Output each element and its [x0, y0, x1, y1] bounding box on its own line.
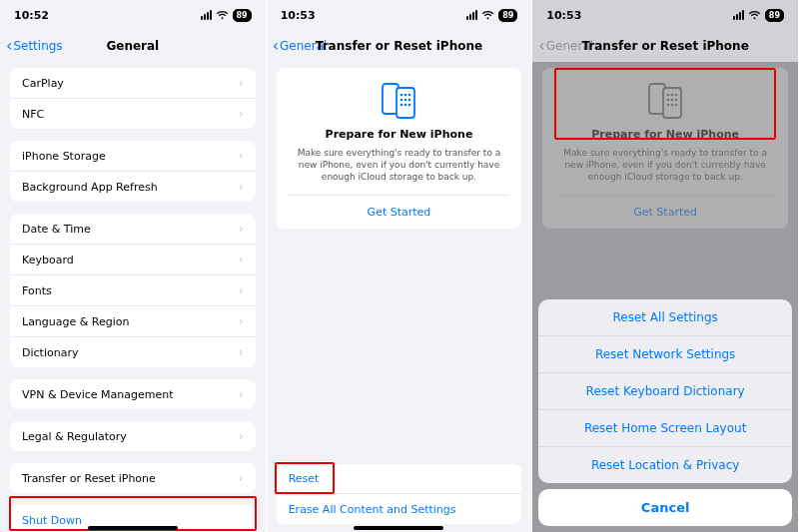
action-sheet: Reset All SettingsReset Network Settings… — [538, 299, 792, 483]
sheet-option[interactable]: Reset Keyboard Dictionary — [538, 373, 792, 410]
sheet-option[interactable]: Reset Network Settings — [538, 336, 792, 373]
erase-all-row[interactable]: Erase All Content and Settings — [277, 494, 522, 524]
settings-row[interactable]: Date & Time› — [10, 214, 256, 245]
row-label: Date & Time — [22, 223, 91, 236]
svg-rect-1 — [397, 88, 414, 118]
chevron-right-icon: › — [239, 149, 244, 163]
svg-point-4 — [408, 94, 411, 97]
sheet-option[interactable]: Reset All Settings — [538, 299, 792, 336]
prepare-card: Prepare for New iPhone Make sure everyth… — [277, 68, 522, 229]
status-time: 10:53 — [546, 9, 581, 22]
reset-row[interactable]: Reset — [277, 464, 522, 494]
nav-bar: ‹General Transfer or Reset iPhone — [532, 30, 798, 62]
settings-group: iPhone Storage›Background App Refresh› — [10, 141, 256, 202]
settings-row[interactable]: Keyboard› — [10, 245, 256, 275]
svg-point-9 — [404, 104, 407, 107]
settings-row[interactable]: Fonts› — [10, 275, 256, 306]
settings-group: Date & Time›Keyboard›Fonts›Language & Re… — [10, 214, 256, 367]
settings-row[interactable]: Dictionary› — [10, 337, 256, 367]
screen-reset-actionsheet: 10:53 89 ‹General Transfer or Reset iPho… — [532, 0, 799, 532]
nav-bar: ‹General Transfer or Reset iPhone — [267, 30, 532, 62]
settings-group: Transfer or Reset iPhone› — [10, 463, 256, 493]
row-label: VPN & Device Management — [22, 388, 174, 401]
signal-icon — [466, 10, 477, 20]
highlight-box — [554, 68, 776, 140]
card-heading: Prepare for New iPhone — [289, 128, 510, 141]
status-bar: 10:53 89 — [267, 0, 532, 30]
chevron-left-icon: ‹ — [6, 38, 12, 54]
chevron-left-icon: ‹ — [538, 38, 544, 54]
status-bar: 10:53 89 — [532, 0, 798, 30]
svg-point-5 — [400, 99, 403, 102]
svg-point-7 — [408, 99, 411, 102]
battery-icon: 89 — [765, 9, 784, 22]
settings-row[interactable]: Transfer or Reset iPhone› — [10, 463, 256, 493]
nav-bar: ‹Settings General — [0, 30, 266, 62]
signal-icon — [733, 10, 744, 20]
row-label: NFC — [22, 108, 44, 121]
settings-group: CarPlay›NFC› — [10, 68, 256, 129]
battery-icon: 89 — [498, 9, 517, 22]
chevron-right-icon: › — [239, 253, 244, 266]
row-label: Language & Region — [22, 315, 130, 328]
back-button[interactable]: ‹Settings — [6, 38, 63, 54]
wifi-icon — [748, 10, 761, 20]
sheet-option[interactable]: Reset Location & Privacy — [538, 447, 792, 483]
settings-row[interactable]: Language & Region› — [10, 306, 256, 337]
chevron-left-icon: ‹ — [273, 38, 279, 54]
home-indicator[interactable] — [88, 526, 178, 530]
chevron-right-icon: › — [239, 180, 244, 194]
chevron-right-icon: › — [239, 283, 244, 297]
settings-row[interactable]: iPhone Storage› — [10, 141, 256, 172]
screen-general-settings: 10:52 89 ‹Settings General CarPlay›NFC› … — [0, 0, 267, 532]
row-label: Keyboard — [22, 254, 74, 266]
svg-point-6 — [404, 99, 407, 102]
get-started-button[interactable]: Get Started — [289, 195, 510, 229]
back-button: ‹General — [538, 38, 593, 54]
chevron-right-icon: › — [239, 429, 244, 443]
row-label: Fonts — [22, 284, 52, 297]
row-label: CarPlay — [22, 77, 64, 90]
cancel-button[interactable]: Cancel — [538, 489, 792, 526]
settings-row[interactable]: NFC› — [10, 99, 256, 129]
row-label: Dictionary — [22, 346, 78, 359]
sheet-option[interactable]: Reset Home Screen Layout — [538, 410, 792, 447]
wifi-icon — [216, 10, 229, 20]
back-button[interactable]: ‹General — [273, 38, 328, 54]
chevron-right-icon: › — [239, 314, 244, 328]
modal-overlay[interactable]: Reset All SettingsReset Network Settings… — [532, 62, 798, 532]
svg-point-2 — [400, 94, 403, 97]
row-label: Legal & Regulatory — [22, 430, 127, 443]
row-label: Background App Refresh — [22, 181, 158, 194]
settings-row[interactable]: CarPlay› — [10, 68, 256, 99]
row-label: Transfer or Reset iPhone — [22, 472, 156, 485]
two-phones-icon — [377, 82, 420, 120]
chevron-right-icon: › — [239, 345, 244, 359]
card-description: Make sure everything's ready to transfer… — [289, 147, 510, 183]
chevron-right-icon: › — [239, 222, 244, 236]
status-bar: 10:52 89 — [0, 0, 266, 30]
chevron-right-icon: › — [239, 76, 244, 90]
settings-row[interactable]: VPN & Device Management› — [10, 379, 256, 409]
chevron-right-icon: › — [239, 107, 244, 121]
svg-point-10 — [408, 104, 411, 107]
settings-group: VPN & Device Management› — [10, 379, 256, 409]
settings-row[interactable]: Legal & Regulatory› — [10, 421, 256, 451]
signal-icon — [201, 10, 212, 20]
home-indicator[interactable] — [354, 526, 443, 530]
status-time: 10:52 — [14, 9, 49, 22]
chevron-right-icon: › — [239, 471, 244, 485]
screen-transfer-reset: 10:53 89 ‹General Transfer or Reset iPho… — [267, 0, 533, 532]
battery-icon: 89 — [233, 9, 252, 22]
svg-point-8 — [400, 104, 403, 107]
settings-group: Legal & Regulatory› — [10, 421, 256, 451]
wifi-icon — [481, 10, 494, 20]
settings-row[interactable]: Background App Refresh› — [10, 172, 256, 202]
row-label: iPhone Storage — [22, 150, 106, 163]
status-time: 10:53 — [281, 9, 316, 22]
chevron-right-icon: › — [239, 387, 244, 401]
svg-point-3 — [404, 94, 407, 97]
